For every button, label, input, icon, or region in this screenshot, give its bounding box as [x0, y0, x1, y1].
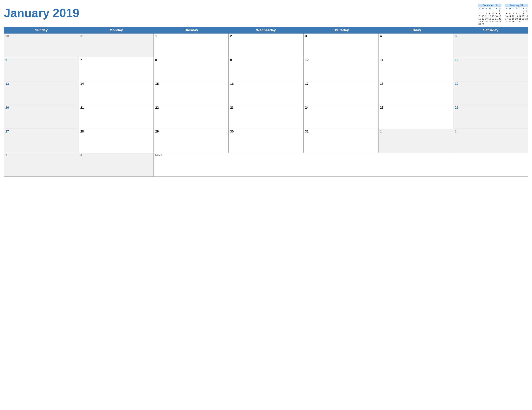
mini-day: 19	[488, 18, 491, 20]
mini-day: 13	[491, 15, 495, 18]
calendar-cell[interactable]: 8	[154, 57, 228, 81]
mini-dow: S	[505, 7, 508, 10]
calendar-cell[interactable]: 1	[378, 129, 453, 153]
calendar-cell[interactable]: 24	[304, 105, 378, 129]
calendar-cell[interactable]: 30	[4, 34, 79, 57]
day-number: 31	[80, 34, 152, 38]
calendar-cell[interactable]: 5	[453, 34, 528, 57]
calendar-cell[interactable]: 16	[228, 81, 304, 105]
calendar-cell[interactable]: 3	[304, 34, 378, 57]
day-number: 14	[80, 82, 152, 86]
calendar-cell[interactable]: 22	[154, 105, 228, 129]
mini-dow: M	[481, 7, 485, 10]
calendar-cell[interactable]: 10	[304, 57, 378, 81]
day-number: 30	[230, 130, 302, 133]
calendar-cell[interactable]: 31	[304, 129, 378, 153]
calendar-cell[interactable]: 4	[378, 34, 453, 57]
mini-next-title: February '19	[505, 4, 528, 7]
calendar-cell[interactable]: 2	[228, 34, 304, 57]
calendar-cell[interactable]: 26	[453, 105, 528, 129]
day-number: 20	[5, 106, 77, 110]
calendar-row: 272829303112	[4, 129, 528, 153]
calendar-cell[interactable]: 13	[4, 81, 79, 105]
calendar-cell[interactable]: 14	[79, 81, 154, 105]
day-number: 3	[5, 154, 77, 157]
mini-day: 27	[491, 20, 495, 23]
day-header: Wednesday	[228, 27, 304, 34]
calendar-cell[interactable]: 9	[228, 57, 304, 81]
calendar-cell[interactable]: 30	[228, 129, 304, 153]
day-number: 2	[455, 130, 527, 133]
mini-day: 7	[518, 12, 522, 15]
mini-day: 27	[515, 20, 518, 23]
day-number: 25	[380, 106, 452, 110]
day-number: 26	[455, 106, 527, 110]
day-header: Saturday	[453, 27, 528, 34]
calendar-cell[interactable]: 17	[304, 81, 378, 105]
day-header: Thursday	[304, 27, 378, 34]
mini-day: 29	[498, 20, 502, 23]
calendar-cell[interactable]: 6	[4, 57, 79, 81]
day-number: 8	[155, 58, 227, 62]
mini-day: 11	[485, 15, 488, 18]
mini-day: 31	[481, 23, 485, 25]
day-number: 1	[380, 130, 452, 133]
mini-day: 14	[518, 15, 522, 18]
mini-next-month: February '19 SMTWTFS12345678910111213141…	[505, 4, 528, 25]
mini-day: 1	[522, 10, 525, 12]
mini-day: 10	[481, 15, 485, 18]
calendar-row: 6789101112	[4, 57, 528, 81]
mini-day: 24	[505, 20, 508, 23]
mini-day: 9	[525, 12, 528, 15]
calendar-cell[interactable]: 3	[4, 153, 79, 177]
day-number: 1	[155, 34, 227, 38]
day-number: 31	[305, 130, 377, 133]
mini-day: 22	[522, 18, 525, 20]
day-number: 3	[305, 34, 377, 38]
calendar-cell[interactable]: 1	[154, 34, 228, 57]
calendar-cell[interactable]: 4	[79, 153, 154, 177]
day-header: Monday	[79, 27, 154, 34]
mini-day: 4	[508, 12, 512, 15]
notes-label: Notes	[155, 154, 527, 156]
calendar-cell[interactable]: 31	[79, 34, 154, 57]
calendar-cell[interactable]: 2	[453, 129, 528, 153]
calendar-cell[interactable]: 19	[453, 81, 528, 105]
calendar-cell[interactable]: 7	[79, 57, 154, 81]
day-number: 9	[230, 58, 302, 62]
day-header: Sunday	[4, 27, 79, 34]
mini-day: 16	[525, 15, 528, 18]
calendar-cell[interactable]: 15	[154, 81, 228, 105]
mini-day: 16	[478, 18, 481, 20]
mini-dow: S	[525, 7, 528, 10]
day-number: 28	[80, 130, 152, 133]
calendar-row: 20212223242526	[4, 105, 528, 129]
mini-day: 3	[481, 12, 485, 15]
mini-day: 12	[488, 15, 491, 18]
day-number: 30	[5, 34, 77, 38]
mini-day: 2	[478, 12, 481, 15]
calendar-cell[interactable]: 12	[453, 57, 528, 81]
mini-day: 30	[478, 23, 481, 25]
calendar-cell[interactable]: 21	[79, 105, 154, 129]
calendar-cell[interactable]: 23	[228, 105, 304, 129]
notes-cell[interactable]: Notes	[154, 153, 528, 177]
day-number: 19	[455, 82, 527, 86]
mini-day: 8	[498, 12, 502, 15]
calendar-cell[interactable]: 25	[378, 105, 453, 129]
mini-day: 5	[512, 12, 515, 15]
calendar-cell[interactable]: 20	[4, 105, 79, 129]
day-number: 4	[80, 154, 152, 157]
mini-dow: F	[495, 7, 498, 10]
day-header: Friday	[378, 27, 453, 34]
calendar-cell[interactable]: 11	[378, 57, 453, 81]
calendar-cell[interactable]: 28	[79, 129, 154, 153]
mini-day: 15	[498, 15, 502, 18]
mini-day: 12	[512, 15, 515, 18]
calendar-cell[interactable]: 29	[154, 129, 228, 153]
day-number: 27	[5, 130, 77, 133]
mini-day: 21	[518, 18, 522, 20]
calendar-cell[interactable]: 18	[378, 81, 453, 105]
mini-day: 2	[525, 10, 528, 12]
calendar-cell[interactable]: 27	[4, 129, 79, 153]
